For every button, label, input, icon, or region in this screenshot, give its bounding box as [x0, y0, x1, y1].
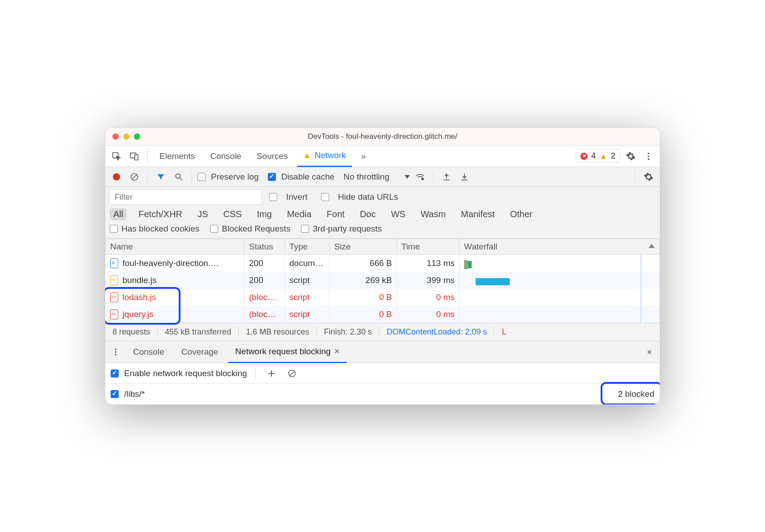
request-row[interactable]: jquery.js (bloc… script 0 B 0 ms — [106, 306, 660, 323]
sort-asc-icon — [649, 244, 655, 248]
request-row[interactable]: lodash.js (bloc… script 0 B 0 ms — [106, 289, 660, 306]
svg-point-11 — [115, 349, 116, 350]
close-drawer-icon[interactable]: × — [642, 345, 657, 359]
request-time: 0 ms — [397, 306, 460, 323]
network-settings-gear-icon[interactable] — [641, 170, 656, 184]
tab-network[interactable]: ▲ Network — [297, 146, 352, 167]
svg-point-13 — [115, 354, 116, 355]
close-tab-icon[interactable]: × — [334, 346, 340, 356]
network-status-bar: 8 requests 455 kB transferred 1.6 MB res… — [105, 323, 660, 341]
invert-label: Invert — [286, 192, 308, 202]
tab-sources[interactable]: Sources — [250, 146, 294, 167]
maximize-window-button[interactable] — [134, 133, 140, 140]
settings-gear-icon[interactable] — [623, 149, 638, 163]
waterfall-cell — [460, 255, 660, 272]
col-name[interactable]: Name — [106, 239, 245, 255]
col-time[interactable]: Time — [397, 239, 460, 255]
drawer-kebab-icon[interactable] — [108, 345, 123, 359]
request-type: script — [285, 306, 330, 323]
request-type: script — [285, 272, 330, 289]
drawer-tab-coverage[interactable]: Coverage — [174, 341, 225, 363]
tab-label: Sources — [257, 151, 288, 161]
import-har-icon[interactable] — [439, 170, 454, 184]
invert-checkbox[interactable] — [269, 193, 277, 201]
filter-input[interactable] — [110, 189, 262, 205]
network-table: Name Status Type Size Time Waterfall fou… — [105, 239, 660, 323]
remove-all-patterns-icon[interactable] — [284, 366, 300, 381]
col-status[interactable]: Status — [245, 239, 285, 255]
type-chip-js[interactable]: JS — [194, 208, 211, 220]
request-time: 399 ms — [397, 272, 460, 289]
type-chip-font[interactable]: Font — [323, 208, 348, 220]
filter-pane: Invert Hide data URLs All Fetch/XHR JS C… — [105, 187, 660, 239]
type-chip-wasm[interactable]: Wasm — [417, 208, 449, 220]
throttling-select[interactable]: No throttling — [344, 172, 410, 182]
network-conditions-icon[interactable] — [413, 170, 428, 184]
drawer-tab-network-request-blocking[interactable]: Network request blocking × — [228, 341, 347, 363]
tab-label: Network — [314, 150, 346, 160]
third-party-checkbox[interactable] — [301, 225, 309, 233]
enable-blocking-checkbox[interactable] — [111, 369, 119, 378]
request-status: 200 — [245, 272, 285, 289]
request-row[interactable]: foul-heavenly-direction.… 200 docum… 666… — [106, 255, 660, 272]
kebab-menu-icon[interactable] — [641, 149, 656, 163]
svg-line-17 — [289, 371, 295, 376]
status-dcl: DOMContentLoaded: 2.09 s — [379, 327, 494, 338]
request-size: 666 B — [330, 255, 397, 272]
disable-cache-checkbox[interactable] — [268, 173, 276, 181]
add-pattern-icon[interactable] — [264, 366, 279, 381]
svg-point-10 — [422, 178, 424, 180]
request-size: 0 B — [330, 289, 397, 306]
export-har-icon[interactable] — [457, 170, 472, 184]
type-chip-doc[interactable]: Doc — [356, 208, 379, 220]
type-chip-manifest[interactable]: Manifest — [457, 208, 499, 220]
clear-icon[interactable] — [127, 170, 142, 184]
minimize-window-button[interactable] — [123, 133, 129, 140]
type-chip-ws[interactable]: WS — [387, 208, 409, 220]
type-chip-other[interactable]: Other — [507, 208, 536, 220]
device-toolbar-icon[interactable] — [127, 149, 142, 163]
tab-console[interactable]: Console — [204, 146, 248, 167]
request-name: bundle.js — [123, 275, 157, 285]
enable-blocking-label: Enable network request blocking — [124, 369, 247, 378]
request-blocking-toolbar: Enable network request blocking — [105, 363, 660, 384]
blocked-requests-label: Blocked Requests — [222, 224, 290, 234]
file-type-icon — [110, 292, 118, 302]
error-icon: ✕ — [580, 153, 588, 160]
filter-icon[interactable] — [153, 170, 168, 184]
request-row[interactable]: bundle.js 200 script 269 kB 399 ms — [106, 272, 660, 289]
type-chip-img[interactable]: Img — [254, 208, 275, 220]
status-transferred: 455 kB transferred — [158, 327, 239, 338]
inspect-element-icon[interactable] — [109, 149, 124, 163]
pattern-text: /libs/* — [124, 389, 145, 399]
issues-counter[interactable]: ✕ 4 ▲ 2 — [576, 150, 620, 163]
type-chip-media[interactable]: Media — [284, 208, 315, 220]
col-type[interactable]: Type — [285, 239, 330, 255]
request-status: (bloc… — [245, 306, 285, 323]
type-chip-all[interactable]: All — [110, 208, 127, 220]
titlebar: DevTools - foul-heavenly-direction.glitc… — [105, 128, 660, 146]
type-chip-css[interactable]: CSS — [219, 208, 245, 220]
preserve-log-checkbox[interactable] — [198, 173, 206, 181]
chevron-double-right-icon: » — [361, 151, 366, 161]
has-blocked-cookies-checkbox[interactable] — [110, 225, 118, 233]
waterfall-cell — [460, 272, 660, 289]
col-size[interactable]: Size — [330, 239, 397, 255]
main-tabbar: Elements Console Sources ▲ Network » ✕ 4… — [105, 146, 660, 167]
request-name: lodash.js — [123, 292, 156, 302]
type-chip-fetchxhr[interactable]: Fetch/XHR — [135, 208, 186, 220]
request-type: script — [285, 289, 330, 306]
drawer-tab-console[interactable]: Console — [126, 341, 172, 363]
record-button[interactable] — [109, 170, 124, 184]
tab-elements[interactable]: Elements — [153, 146, 201, 167]
tab-label: Console — [133, 347, 164, 357]
search-icon[interactable] — [171, 170, 186, 184]
blocking-pattern-row[interactable]: /libs/* 2 blocked — [105, 384, 660, 404]
blocked-requests-checkbox[interactable] — [210, 225, 218, 233]
pattern-enabled-checkbox[interactable] — [111, 390, 119, 398]
hide-data-urls-checkbox[interactable] — [321, 193, 329, 201]
col-waterfall[interactable]: Waterfall — [460, 239, 660, 255]
tabs-overflow-button[interactable]: » — [355, 146, 372, 167]
svg-line-9 — [180, 178, 182, 180]
close-window-button[interactable] — [112, 133, 119, 140]
